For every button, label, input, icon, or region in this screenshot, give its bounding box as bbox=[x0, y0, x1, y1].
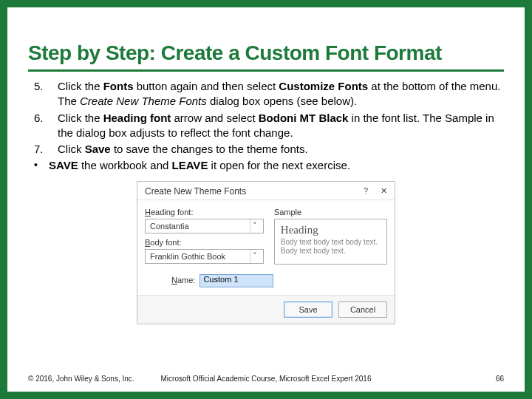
sample-label: Sample bbox=[274, 208, 387, 216]
step-text: Click the Fonts button again and then se… bbox=[53, 79, 504, 109]
name-row: Name: Custom 1 bbox=[171, 274, 387, 287]
create-theme-fonts-dialog: Create New Theme Fonts ? ✕ Heading font:… bbox=[137, 181, 395, 324]
help-icon[interactable]: ? bbox=[361, 186, 371, 196]
page-number: 66 bbox=[496, 375, 504, 383]
step-5: 5. Click the Fonts button again and then… bbox=[33, 79, 504, 109]
sample-body: Body text body text body text. Body text… bbox=[281, 238, 381, 256]
close-icon[interactable]: ✕ bbox=[378, 186, 389, 196]
slide-frame: Step by Step: Create a Custom Font Forma… bbox=[0, 0, 532, 399]
name-label: Name: bbox=[171, 276, 195, 284]
name-input[interactable]: Custom 1 bbox=[200, 274, 273, 287]
step-number: 5. bbox=[33, 79, 53, 109]
step-text: SAVE the workbook and LEAVE it open for … bbox=[49, 158, 504, 173]
step-save: • SAVE the workbook and LEAVE it open fo… bbox=[33, 158, 504, 173]
step-text: Click Save to save the changes to the th… bbox=[53, 142, 504, 157]
body-font-label: Body font: bbox=[145, 238, 264, 247]
step-text: Click the Heading font arrow and select … bbox=[53, 111, 504, 141]
dialog-titlebar: Create New Theme Fonts ? ✕ bbox=[137, 182, 395, 200]
copyright: © 2016, John Wiley & Sons, Inc. bbox=[28, 375, 134, 383]
chevron-down-icon: ˅ bbox=[250, 219, 260, 233]
step-number: 7. bbox=[33, 142, 53, 157]
sample-preview: Heading Body text body text body text. B… bbox=[274, 219, 387, 265]
step-7: 7. Click Save to save the changes to the… bbox=[33, 142, 504, 157]
chevron-down-icon: ˅ bbox=[250, 250, 260, 263]
step-number: 6. bbox=[33, 111, 53, 141]
steps-list: 5. Click the Fonts button again and then… bbox=[28, 79, 504, 174]
dialog-title: Create New Theme Fonts bbox=[145, 186, 246, 197]
dialog-body: Heading font: Constantia ˅ Body font: Fr… bbox=[137, 200, 395, 295]
heading-font-select[interactable]: Constantia ˅ bbox=[145, 219, 264, 233]
save-button[interactable]: Save bbox=[284, 301, 332, 318]
body-font-select[interactable]: Franklin Gothic Book ˅ bbox=[145, 249, 264, 264]
dialog-button-row: Save Cancel bbox=[137, 295, 395, 324]
page-title: Step by Step: Create a Custom Font Forma… bbox=[28, 41, 504, 65]
body-font-value: Franklin Gothic Book bbox=[150, 252, 225, 261]
slide-footer: © 2016, John Wiley & Sons, Inc. Microsof… bbox=[28, 375, 504, 383]
cancel-button[interactable]: Cancel bbox=[338, 301, 387, 318]
heading-font-label: Heading font: bbox=[145, 208, 264, 216]
heading-font-value: Constantia bbox=[150, 222, 189, 231]
sample-heading: Heading bbox=[281, 224, 381, 236]
step-6: 6. Click the Heading font arrow and sele… bbox=[33, 111, 504, 141]
title-divider bbox=[28, 69, 504, 72]
